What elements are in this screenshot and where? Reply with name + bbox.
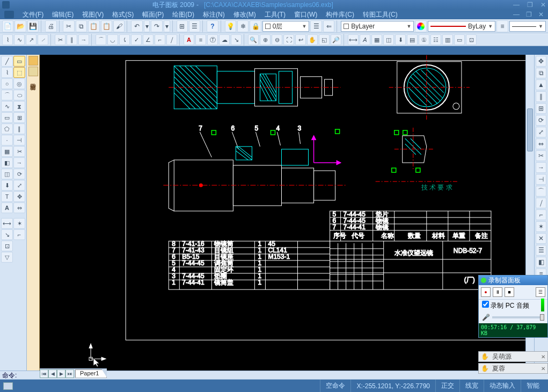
insert-icon[interactable]: ⬇ xyxy=(395,34,406,45)
ellipse-icon[interactable]: ⬭ xyxy=(13,90,25,100)
surface-icon[interactable]: ▽ xyxy=(1,252,13,263)
dim-linear-icon[interactable]: ⟷ xyxy=(348,34,359,45)
linetype-combo[interactable]: ByLayer ▼ xyxy=(341,21,414,32)
explode-icon[interactable]: ✶ xyxy=(13,218,25,229)
menu-sheet[interactable]: 幅面(P) xyxy=(139,10,167,19)
mirror-icon[interactable]: ⧗ xyxy=(13,101,25,112)
fillet-icon[interactable]: ⌐ xyxy=(155,34,165,45)
layer-combo[interactable]: 0层 ▼ xyxy=(262,21,310,32)
leader2-icon[interactable]: ↘ xyxy=(1,229,13,240)
stretch-icon[interactable]: ⇔ xyxy=(13,202,25,213)
leader-icon[interactable]: ↘ xyxy=(231,34,242,45)
library-icon[interactable]: ⊡ xyxy=(466,34,477,45)
r-erase-icon[interactable]: ✕ xyxy=(536,233,546,244)
r-rotate-icon[interactable]: ⟳ xyxy=(536,115,546,126)
redo-button[interactable]: ↷ xyxy=(151,20,162,32)
menu-view[interactable]: 视图(V) xyxy=(79,10,107,19)
minimize-button[interactable]: — xyxy=(513,1,520,9)
frame-icon[interactable]: ▭ xyxy=(454,34,465,45)
zoom-window-icon[interactable]: 🔍 xyxy=(248,34,259,45)
rotate-icon[interactable]: ⟳ xyxy=(13,169,25,179)
record-button[interactable]: ● xyxy=(481,287,491,297)
r-copy-icon[interactable]: ⧉ xyxy=(536,68,546,78)
contact-tab-2[interactable]: ✋ 夏蓉 ✕ xyxy=(478,363,548,374)
check-icon[interactable]: ✓ xyxy=(131,34,142,45)
print-button[interactable]: 🖨 xyxy=(45,20,56,32)
offset2-icon[interactable]: ∥ xyxy=(13,124,25,134)
array-icon[interactable]: ⊞ xyxy=(13,112,25,123)
zoom-prev-icon[interactable]: ↩ xyxy=(295,34,306,45)
zoom-all-icon[interactable]: ◱ xyxy=(319,34,330,45)
contact-close-2[interactable]: ✕ xyxy=(541,366,545,372)
menu-edit[interactable]: 编辑(E) xyxy=(49,10,77,19)
spline2-icon[interactable]: ∿ xyxy=(1,101,13,112)
chamfer-icon[interactable]: ⧸ xyxy=(166,34,177,45)
mdi-restore[interactable]: ❐ xyxy=(526,11,532,18)
properties-button[interactable]: ☰ xyxy=(189,20,200,32)
status-ortho[interactable]: 正交 xyxy=(435,380,459,392)
paste-button[interactable]: 📋 xyxy=(88,20,99,32)
offset-icon[interactable]: ∥ xyxy=(67,34,77,45)
insert2-icon[interactable]: ⬇ xyxy=(1,180,13,191)
select-icon[interactable]: ▭ xyxy=(13,56,25,67)
text2-icon[interactable]: T xyxy=(1,191,13,202)
paper-tab[interactable]: Paper1 xyxy=(75,369,107,378)
fillet2-icon[interactable]: ⌐ xyxy=(13,229,25,240)
open-button[interactable]: 📂 xyxy=(14,20,26,32)
pan-icon[interactable]: ✋ xyxy=(307,34,318,45)
color-button[interactable] xyxy=(415,20,426,32)
xline-icon[interactable]: ⟋ xyxy=(38,34,48,45)
revtable-icon[interactable]: ▥ xyxy=(442,34,453,45)
layer-bulb-icon[interactable]: 💡 xyxy=(225,20,236,32)
r-mirror-icon[interactable]: ▲ xyxy=(536,79,546,90)
arc-center-icon[interactable]: ◡ xyxy=(107,34,118,45)
undo-button[interactable]: ↶ xyxy=(131,20,142,32)
contact-tab-1[interactable]: ✋ 吴萌源 ✕ xyxy=(478,351,548,362)
lineweight-combo[interactable]: ByLay ▼ xyxy=(428,21,495,32)
text-icon[interactable]: Ⓣ xyxy=(207,34,218,45)
r-array-icon[interactable]: ⊞ xyxy=(536,103,546,114)
menu-modify[interactable]: 修改(M) xyxy=(230,10,259,19)
zoom-realtime-icon[interactable]: 🔎 xyxy=(331,34,341,45)
status-icon[interactable] xyxy=(3,382,13,390)
linetype-mgr-button[interactable]: ≡ xyxy=(496,20,508,32)
region-icon[interactable]: ◧ xyxy=(1,157,13,168)
undo-dropdown[interactable]: ▾ xyxy=(144,20,150,32)
r-color-icon[interactable]: ◧ xyxy=(536,257,546,267)
paper-last[interactable]: ⏭ xyxy=(65,369,74,378)
audio-checkbox[interactable] xyxy=(482,301,489,308)
r-move-icon[interactable]: ✥ xyxy=(536,56,546,67)
status-dyn[interactable]: 动态输入 xyxy=(484,380,521,392)
paste-special-button[interactable]: 📋 xyxy=(101,20,112,32)
close-button[interactable]: ✕ xyxy=(540,1,546,9)
settings-button[interactable]: ☰ xyxy=(536,287,545,297)
cut-button[interactable]: ✂ xyxy=(63,20,74,32)
recorder-header[interactable]: 录制器面板 xyxy=(479,275,547,285)
r-fillet-icon[interactable]: ⌐ xyxy=(536,209,546,220)
stop-button[interactable]: ■ xyxy=(505,287,514,297)
window-sel-icon[interactable]: ⬚ xyxy=(13,67,25,78)
circle-icon[interactable]: ○ xyxy=(1,78,13,89)
ltscale-combo[interactable]: ▼ xyxy=(509,21,546,32)
audio-checkbox-row[interactable]: 录制 PC 音频 xyxy=(479,299,547,311)
app-menu-icon[interactable] xyxy=(4,11,14,18)
rect-icon[interactable]: ▭ xyxy=(1,112,13,123)
copy-button[interactable]: ⧉ xyxy=(76,20,87,32)
extend-icon[interactable]: → xyxy=(78,34,89,45)
arc-icon[interactable]: ⌒ xyxy=(1,90,13,100)
scrollbar-thumb[interactable] xyxy=(527,108,533,151)
menu-window[interactable]: 窗口(W) xyxy=(291,10,320,19)
block-icon[interactable]: ◫ xyxy=(383,34,394,45)
r-scale-icon[interactable]: ⤢ xyxy=(536,127,546,137)
r-chamfer-icon[interactable]: ⧸ xyxy=(536,198,546,208)
r-join-icon[interactable]: ⌒ xyxy=(536,186,546,197)
zoom-out-icon[interactable]: ⊖ xyxy=(272,34,282,45)
menu-format[interactable]: 格式(S) xyxy=(109,10,137,19)
polygon-icon[interactable]: ⬠ xyxy=(1,124,13,134)
r-stretch-icon[interactable]: ⇔ xyxy=(536,139,546,149)
menu-draw[interactable]: 绘图(D) xyxy=(169,10,198,19)
paper-prev[interactable]: ◀ xyxy=(48,369,57,378)
menu-convert[interactable]: 转图工具(C) xyxy=(360,10,401,19)
slider-thumb[interactable] xyxy=(540,314,544,321)
paper-first[interactable]: ⏮ xyxy=(40,369,48,378)
